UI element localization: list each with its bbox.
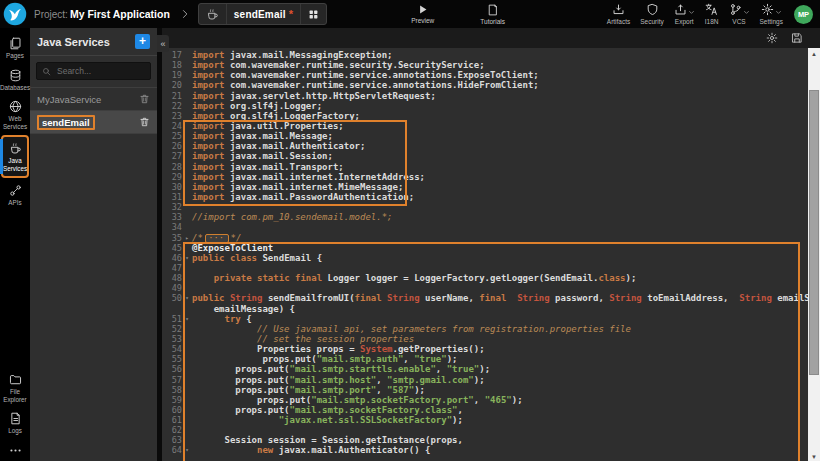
line-number: 55 — [162, 354, 182, 364]
code-line: 29import javax.mail.internet.InternetAdd… — [162, 172, 808, 182]
menu-item-export[interactable]: Export — [674, 3, 695, 25]
sidebar: PagesDatabasesWeb ServicesJava ServicesA… — [0, 28, 30, 461]
line-number: 51 — [162, 314, 182, 324]
editor-settings-gear-icon[interactable] — [766, 32, 778, 44]
line-number: 47 — [162, 263, 182, 273]
line-number: 18 — [162, 60, 182, 70]
editor-toolbar — [162, 28, 820, 48]
vcs-branch-icon — [729, 3, 742, 16]
fold-marker-icon — [182, 172, 192, 182]
service-search-box[interactable] — [36, 62, 151, 80]
sidebar-item-apis[interactable]: APIs — [0, 179, 30, 211]
tab-modified-indicator: * — [289, 8, 293, 20]
fold-marker-icon — [182, 162, 192, 172]
fold-marker-icon[interactable]: ▾ — [182, 445, 192, 455]
fold-marker-icon — [182, 324, 192, 334]
scroll-down-arrow-icon[interactable]: ▼ — [808, 454, 820, 460]
tutorials-doc-icon — [487, 4, 499, 16]
logs-icon — [9, 412, 22, 425]
panel-title: Java Services — [37, 36, 110, 48]
fold-marker-icon[interactable]: ▸ — [182, 233, 192, 243]
fold-marker-icon — [182, 121, 192, 131]
sidebar-item-more[interactable] — [0, 439, 30, 461]
search-input[interactable] — [55, 65, 145, 77]
scroll-up-arrow-icon[interactable]: ▲ — [808, 48, 820, 59]
code-line: 22import org.slf4j.Logger; — [162, 101, 808, 111]
code-line: 33//import com.pm_10.sendemail.model.*; — [162, 212, 808, 222]
line-number: 31 — [162, 192, 182, 202]
service-item-sendemail[interactable]: sendEmail — [30, 111, 157, 134]
sidebar-item-java-services[interactable]: Java Services — [1, 135, 29, 178]
sidebar-item-file-explorer[interactable]: File Explorer — [0, 368, 30, 407]
databases-icon — [9, 69, 22, 82]
code-line: 34 — [162, 222, 808, 232]
sidebar-item-label: Pages — [6, 52, 24, 60]
save-icon[interactable] — [791, 32, 803, 44]
sidebar-item-label: Logs — [8, 427, 22, 435]
delete-service-button[interactable] — [139, 93, 150, 105]
menu-item-settings[interactable]: Settings — [760, 3, 784, 25]
code-line: 18import com.wavemaker.runtime.security.… — [162, 60, 808, 70]
sidebar-item-databases[interactable]: Databases — [0, 64, 30, 96]
code-line: 28import javax.mail.Transport; — [162, 162, 808, 172]
menu-item-security[interactable]: Security — [640, 3, 663, 25]
open-file-tab[interactable]: sendEmail * — [198, 3, 327, 25]
code-editor: 17import javax.mail.MessagingException;1… — [162, 28, 820, 461]
fold-marker-icon — [182, 222, 192, 232]
fold-marker-icon — [182, 283, 192, 293]
collapse-panel-button[interactable]: « — [157, 35, 169, 52]
add-service-button[interactable]: + — [135, 34, 150, 49]
fold-marker-icon[interactable]: ▾ — [182, 314, 192, 324]
code-line: 52 // Use javamail api, set parameters f… — [162, 324, 808, 334]
code-area[interactable]: 17import javax.mail.MessagingException;1… — [162, 48, 808, 461]
line-number: 26 — [162, 141, 182, 151]
code-line: 59 props.put("mail.smtp.socketFactory.po… — [162, 395, 808, 405]
tab-filename: sendEmail — [234, 9, 286, 20]
menu-item-vcs[interactable]: VCS — [729, 3, 750, 25]
service-name: sendEmail — [37, 115, 95, 130]
delete-service-button[interactable] — [139, 116, 150, 128]
sidebar-item-pages[interactable]: Pages — [0, 32, 30, 64]
tab-grid-button[interactable] — [300, 4, 326, 24]
line-number: 52 — [162, 324, 182, 334]
scrollbar-thumb[interactable] — [809, 90, 819, 375]
preview-button[interactable]: Preview — [411, 4, 434, 24]
code-line: 27import javax.mail.Session; — [162, 151, 808, 161]
fold-marker-icon[interactable]: ▾ — [182, 293, 192, 303]
line-number: 63 — [162, 435, 182, 445]
fold-marker-icon — [182, 192, 192, 202]
code-line: 49 — [162, 283, 808, 293]
fold-marker-icon — [182, 212, 192, 222]
code-line: 26import javax.mail.Authenticator; — [162, 141, 808, 151]
fold-marker-icon — [182, 385, 192, 395]
code-line: 23import org.slf4j.LoggerFactory; — [162, 111, 808, 121]
line-number: 24 — [162, 121, 182, 131]
security-shield-icon — [646, 3, 659, 16]
sidebar-item-web-services[interactable]: Web Services — [0, 95, 30, 134]
fold-marker-icon — [182, 182, 192, 192]
line-number: 19 — [162, 70, 182, 80]
file-explorer-folder-icon — [9, 373, 22, 386]
fold-marker-icon — [182, 111, 192, 121]
line-number: 58 — [162, 385, 182, 395]
tutorials-button[interactable]: Tutorials — [480, 4, 505, 25]
fold-marker-icon — [182, 141, 192, 151]
fold-marker-icon[interactable]: ▾ — [182, 253, 192, 263]
fold-marker-icon — [182, 70, 192, 80]
fold-marker-icon — [182, 151, 192, 161]
sidebar-item-logs[interactable]: Logs — [0, 407, 30, 439]
menu-item-artifacts[interactable]: Artifacts — [607, 3, 630, 25]
editor-scrollbar[interactable]: ▲ ▼ — [808, 48, 820, 461]
menu-item-i18n[interactable]: I18N — [705, 3, 719, 25]
code-line: 25import javax.mail.Message; — [162, 131, 808, 141]
wavemaker-logo-icon[interactable] — [3, 2, 27, 26]
code-line: 55 props.put("mail.smtp.auth", "true"); — [162, 354, 808, 364]
code-line: 47 — [162, 263, 808, 273]
service-item-myjavaservice[interactable]: MyJavaService — [30, 88, 157, 111]
line-number — [162, 304, 182, 314]
apis-icon — [9, 184, 22, 197]
user-avatar[interactable]: MP — [794, 5, 813, 24]
line-number: 45 — [162, 243, 182, 253]
fold-marker-icon — [182, 415, 192, 425]
code-line: 32 — [162, 202, 808, 212]
